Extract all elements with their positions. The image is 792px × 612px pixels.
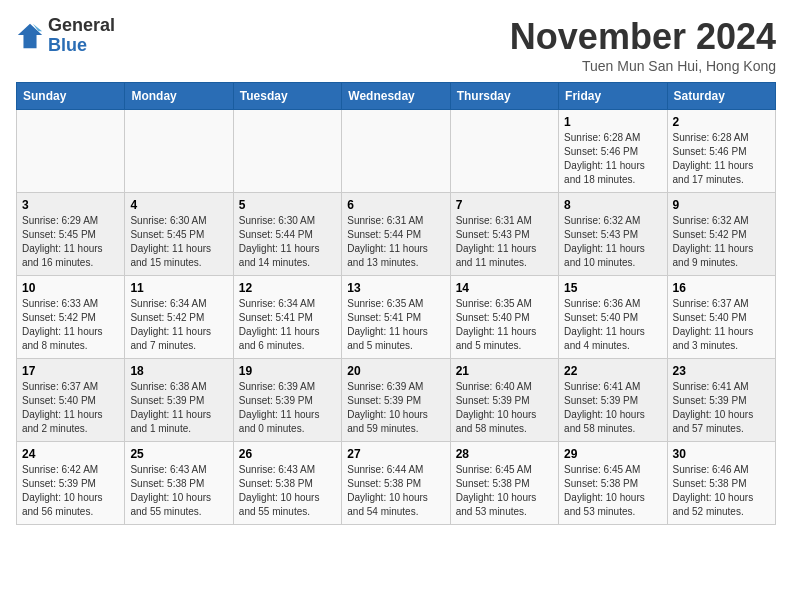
day-number: 24 [22, 447, 119, 461]
day-info: Sunrise: 6:28 AM Sunset: 5:46 PM Dayligh… [673, 131, 770, 187]
day-number: 25 [130, 447, 227, 461]
calendar-week-5: 24Sunrise: 6:42 AM Sunset: 5:39 PM Dayli… [17, 442, 776, 525]
calendar-cell: 30Sunrise: 6:46 AM Sunset: 5:38 PM Dayli… [667, 442, 775, 525]
calendar-cell: 24Sunrise: 6:42 AM Sunset: 5:39 PM Dayli… [17, 442, 125, 525]
day-number: 7 [456, 198, 553, 212]
logo-icon [16, 22, 44, 50]
day-info: Sunrise: 6:37 AM Sunset: 5:40 PM Dayligh… [22, 380, 119, 436]
calendar-cell: 13Sunrise: 6:35 AM Sunset: 5:41 PM Dayli… [342, 276, 450, 359]
day-number: 27 [347, 447, 444, 461]
calendar-cell: 2Sunrise: 6:28 AM Sunset: 5:46 PM Daylig… [667, 110, 775, 193]
day-number: 3 [22, 198, 119, 212]
day-header-tuesday: Tuesday [233, 83, 341, 110]
day-info: Sunrise: 6:32 AM Sunset: 5:42 PM Dayligh… [673, 214, 770, 270]
day-number: 16 [673, 281, 770, 295]
day-number: 22 [564, 364, 661, 378]
day-info: Sunrise: 6:34 AM Sunset: 5:42 PM Dayligh… [130, 297, 227, 353]
calendar-cell: 26Sunrise: 6:43 AM Sunset: 5:38 PM Dayli… [233, 442, 341, 525]
day-info: Sunrise: 6:29 AM Sunset: 5:45 PM Dayligh… [22, 214, 119, 270]
location-subtitle: Tuen Mun San Hui, Hong Kong [510, 58, 776, 74]
calendar-week-4: 17Sunrise: 6:37 AM Sunset: 5:40 PM Dayli… [17, 359, 776, 442]
logo-blue-text: Blue [48, 36, 115, 56]
day-info: Sunrise: 6:41 AM Sunset: 5:39 PM Dayligh… [564, 380, 661, 436]
day-number: 28 [456, 447, 553, 461]
day-info: Sunrise: 6:34 AM Sunset: 5:41 PM Dayligh… [239, 297, 336, 353]
day-info: Sunrise: 6:30 AM Sunset: 5:45 PM Dayligh… [130, 214, 227, 270]
day-info: Sunrise: 6:39 AM Sunset: 5:39 PM Dayligh… [347, 380, 444, 436]
day-number: 29 [564, 447, 661, 461]
logo: General Blue [16, 16, 115, 56]
calendar-cell: 16Sunrise: 6:37 AM Sunset: 5:40 PM Dayli… [667, 276, 775, 359]
day-info: Sunrise: 6:35 AM Sunset: 5:41 PM Dayligh… [347, 297, 444, 353]
day-number: 21 [456, 364, 553, 378]
day-info: Sunrise: 6:36 AM Sunset: 5:40 PM Dayligh… [564, 297, 661, 353]
calendar-cell [125, 110, 233, 193]
calendar-cell: 19Sunrise: 6:39 AM Sunset: 5:39 PM Dayli… [233, 359, 341, 442]
day-number: 11 [130, 281, 227, 295]
day-number: 26 [239, 447, 336, 461]
day-header-monday: Monday [125, 83, 233, 110]
calendar-cell [17, 110, 125, 193]
calendar-cell: 21Sunrise: 6:40 AM Sunset: 5:39 PM Dayli… [450, 359, 558, 442]
calendar-cell: 28Sunrise: 6:45 AM Sunset: 5:38 PM Dayli… [450, 442, 558, 525]
calendar-cell [342, 110, 450, 193]
day-number: 9 [673, 198, 770, 212]
day-number: 23 [673, 364, 770, 378]
day-number: 1 [564, 115, 661, 129]
day-number: 19 [239, 364, 336, 378]
day-info: Sunrise: 6:41 AM Sunset: 5:39 PM Dayligh… [673, 380, 770, 436]
day-number: 20 [347, 364, 444, 378]
day-number: 13 [347, 281, 444, 295]
calendar-cell: 4Sunrise: 6:30 AM Sunset: 5:45 PM Daylig… [125, 193, 233, 276]
calendar-cell: 29Sunrise: 6:45 AM Sunset: 5:38 PM Dayli… [559, 442, 667, 525]
day-header-thursday: Thursday [450, 83, 558, 110]
day-info: Sunrise: 6:45 AM Sunset: 5:38 PM Dayligh… [564, 463, 661, 519]
day-info: Sunrise: 6:43 AM Sunset: 5:38 PM Dayligh… [239, 463, 336, 519]
calendar-cell: 5Sunrise: 6:30 AM Sunset: 5:44 PM Daylig… [233, 193, 341, 276]
day-number: 14 [456, 281, 553, 295]
day-info: Sunrise: 6:39 AM Sunset: 5:39 PM Dayligh… [239, 380, 336, 436]
day-number: 6 [347, 198, 444, 212]
calendar-cell: 11Sunrise: 6:34 AM Sunset: 5:42 PM Dayli… [125, 276, 233, 359]
calendar-header: SundayMondayTuesdayWednesdayThursdayFrid… [17, 83, 776, 110]
calendar-cell [233, 110, 341, 193]
day-info: Sunrise: 6:30 AM Sunset: 5:44 PM Dayligh… [239, 214, 336, 270]
day-number: 4 [130, 198, 227, 212]
day-number: 2 [673, 115, 770, 129]
day-info: Sunrise: 6:38 AM Sunset: 5:39 PM Dayligh… [130, 380, 227, 436]
day-header-wednesday: Wednesday [342, 83, 450, 110]
calendar-cell: 14Sunrise: 6:35 AM Sunset: 5:40 PM Dayli… [450, 276, 558, 359]
calendar-cell: 6Sunrise: 6:31 AM Sunset: 5:44 PM Daylig… [342, 193, 450, 276]
calendar-cell: 1Sunrise: 6:28 AM Sunset: 5:46 PM Daylig… [559, 110, 667, 193]
day-info: Sunrise: 6:42 AM Sunset: 5:39 PM Dayligh… [22, 463, 119, 519]
day-info: Sunrise: 6:33 AM Sunset: 5:42 PM Dayligh… [22, 297, 119, 353]
day-header-sunday: Sunday [17, 83, 125, 110]
day-number: 10 [22, 281, 119, 295]
calendar-cell [450, 110, 558, 193]
calendar-cell: 15Sunrise: 6:36 AM Sunset: 5:40 PM Dayli… [559, 276, 667, 359]
calendar-cell: 20Sunrise: 6:39 AM Sunset: 5:39 PM Dayli… [342, 359, 450, 442]
day-number: 30 [673, 447, 770, 461]
calendar-week-3: 10Sunrise: 6:33 AM Sunset: 5:42 PM Dayli… [17, 276, 776, 359]
day-info: Sunrise: 6:44 AM Sunset: 5:38 PM Dayligh… [347, 463, 444, 519]
calendar-cell: 22Sunrise: 6:41 AM Sunset: 5:39 PM Dayli… [559, 359, 667, 442]
calendar-cell: 10Sunrise: 6:33 AM Sunset: 5:42 PM Dayli… [17, 276, 125, 359]
calendar-week-2: 3Sunrise: 6:29 AM Sunset: 5:45 PM Daylig… [17, 193, 776, 276]
calendar-cell: 17Sunrise: 6:37 AM Sunset: 5:40 PM Dayli… [17, 359, 125, 442]
day-header-row: SundayMondayTuesdayWednesdayThursdayFrid… [17, 83, 776, 110]
calendar-cell: 8Sunrise: 6:32 AM Sunset: 5:43 PM Daylig… [559, 193, 667, 276]
logo-general-text: General [48, 16, 115, 36]
calendar-cell: 18Sunrise: 6:38 AM Sunset: 5:39 PM Dayli… [125, 359, 233, 442]
day-info: Sunrise: 6:32 AM Sunset: 5:43 PM Dayligh… [564, 214, 661, 270]
calendar-body: 1Sunrise: 6:28 AM Sunset: 5:46 PM Daylig… [17, 110, 776, 525]
day-info: Sunrise: 6:31 AM Sunset: 5:43 PM Dayligh… [456, 214, 553, 270]
calendar-cell: 3Sunrise: 6:29 AM Sunset: 5:45 PM Daylig… [17, 193, 125, 276]
day-header-friday: Friday [559, 83, 667, 110]
day-info: Sunrise: 6:45 AM Sunset: 5:38 PM Dayligh… [456, 463, 553, 519]
day-info: Sunrise: 6:46 AM Sunset: 5:38 PM Dayligh… [673, 463, 770, 519]
page-header: General Blue November 2024 Tuen Mun San … [16, 16, 776, 74]
day-info: Sunrise: 6:28 AM Sunset: 5:46 PM Dayligh… [564, 131, 661, 187]
calendar-cell: 7Sunrise: 6:31 AM Sunset: 5:43 PM Daylig… [450, 193, 558, 276]
day-info: Sunrise: 6:43 AM Sunset: 5:38 PM Dayligh… [130, 463, 227, 519]
calendar-cell: 25Sunrise: 6:43 AM Sunset: 5:38 PM Dayli… [125, 442, 233, 525]
